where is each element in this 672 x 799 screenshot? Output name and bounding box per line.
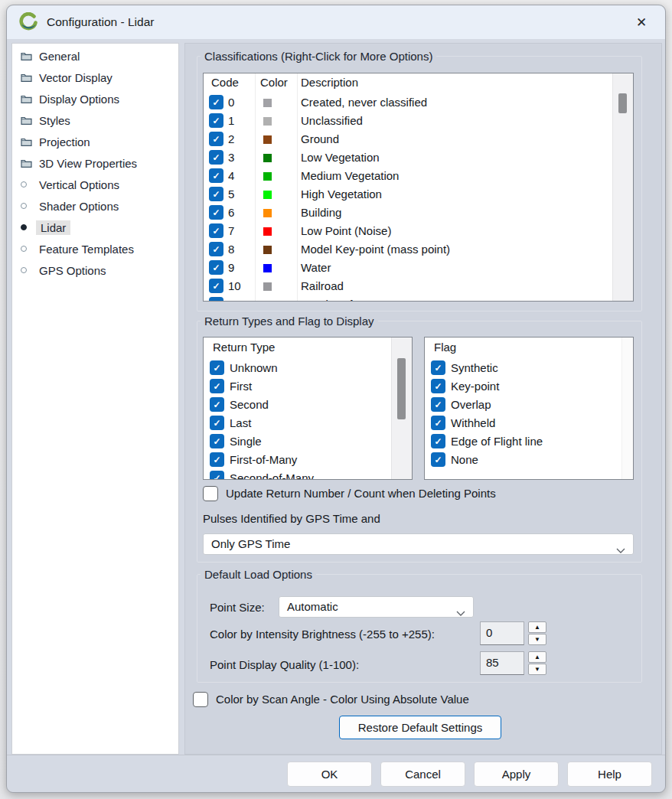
flag-list: Flag ✓Synthetic✓Key-point✓Overlap✓Withhe… [424,337,634,480]
pulses-gps-combo-value: Only GPS Time [211,537,290,550]
flag-item-none: ✓None [425,451,633,469]
classification-row-5: ✓5High Vegetation [204,185,633,204]
chevron-down-icon [456,605,465,618]
classification-checkbox[interactable]: ✓ [209,205,223,220]
classification-color-swatch[interactable] [263,264,272,272]
intensity-brightness-field[interactable]: 0 [480,621,524,645]
classification-checkbox[interactable]: ✓ [209,242,223,256]
flag-checkbox[interactable]: ✓ [431,434,445,448]
classification-checkbox[interactable]: ✓ [209,168,223,183]
flag-item-overlap: ✓Overlap [425,396,633,414]
classification-color-swatch[interactable] [263,209,272,217]
sidebar-item-display-options[interactable]: Display Options [12,88,178,109]
classification-row-7: ✓7Low Point (Noise) [204,222,633,240]
description-column-header: Description [301,76,358,89]
global-mapper-logo-icon [19,12,38,31]
titlebar: Configuration - Lidar ✕ [7,5,665,39]
classification-checkbox[interactable]: ✓ [209,223,223,238]
classification-color-swatch[interactable] [263,117,272,126]
classification-code: 0 [228,96,234,109]
scrollbar-thumb[interactable] [397,358,406,419]
classification-row-9: ✓9Water [204,259,633,277]
pulses-gps-combo[interactable]: Only GPS Time [203,533,634,555]
flag-checkbox[interactable]: ✓ [431,360,445,375]
classification-color-swatch[interactable] [263,301,272,302]
sidebar-item-feature-templates[interactable]: Feature Templates [12,238,178,259]
classification-color-swatch[interactable] [263,246,272,254]
classification-code: 2 [228,132,234,145]
classification-color-swatch[interactable] [263,154,272,162]
return-type-scrollbar[interactable] [391,338,412,479]
settings-sidebar: GeneralVector DisplayDisplay OptionsStyl… [11,43,179,755]
classification-color-swatch[interactable] [263,191,272,199]
sidebar-item-general[interactable]: General [12,45,178,67]
return-type-checkbox[interactable]: ✓ [210,416,224,430]
dot-icon [21,203,34,209]
classification-code: 10 [228,279,241,292]
classification-checkbox[interactable]: ✓ [209,260,223,275]
flag-item-withheld: ✓Withheld [425,414,633,432]
classification-checkbox[interactable]: ✓ [209,297,223,302]
sidebar-item-vector-display[interactable]: Vector Display [12,67,178,88]
sidebar-item-shader-options[interactable]: Shader Options [12,195,178,217]
classification-code: 6 [228,206,234,219]
return-type-checkbox[interactable]: ✓ [210,434,224,448]
return-type-checkbox[interactable]: ✓ [210,452,224,467]
help-button[interactable]: Help [567,761,652,787]
classification-checkbox[interactable]: ✓ [209,279,223,293]
sidebar-item-gps-options[interactable]: GPS Options [12,259,178,281]
classification-color-swatch[interactable] [263,227,272,236]
classification-description: Building [301,206,341,219]
sidebar-item-projection[interactable]: Projection [12,131,178,152]
classification-color-swatch[interactable] [263,172,272,181]
classification-color-swatch[interactable] [263,99,272,107]
spin-down-icon[interactable]: ▼ [528,634,546,645]
classification-color-swatch[interactable] [263,135,272,144]
point-size-label: Point Size: [210,601,265,614]
scan-angle-checkbox[interactable] [193,692,208,707]
return-type-item-second-of-many: ✓Second-of-Many [204,469,412,480]
scrollbar-thumb[interactable] [618,93,627,113]
classification-row-10: ✓10Railroad [204,277,633,295]
classification-checkbox[interactable]: ✓ [209,132,223,146]
display-quality-field[interactable]: 85 [480,651,524,675]
cancel-button[interactable]: Cancel [380,761,465,787]
sidebar-item-styles[interactable]: Styles [12,109,178,131]
classification-checkbox[interactable]: ✓ [209,187,223,201]
classification-color-swatch[interactable] [263,282,272,291]
flag-checkbox[interactable]: ✓ [431,416,445,430]
spin-up-icon[interactable]: ▲ [528,651,546,663]
flag-checkbox[interactable]: ✓ [431,379,445,393]
close-icon[interactable]: ✕ [630,11,653,33]
classification-checkbox[interactable]: ✓ [209,150,223,165]
restore-default-settings-button[interactable]: Restore Default Settings [339,716,501,739]
flag-checkbox[interactable]: ✓ [431,452,445,467]
classification-row-4: ✓4Medium Vegetation [204,167,633,185]
return-type-checkbox[interactable]: ✓ [210,397,224,412]
dot-icon [21,267,34,273]
ok-button[interactable]: OK [287,761,372,787]
spin-up-icon[interactable]: ▲ [528,621,546,633]
sidebar-item-lidar[interactable]: Lidar [12,217,178,238]
update-return-number-checkbox[interactable] [203,486,218,501]
point-size-combo[interactable]: Automatic [279,596,474,618]
flag-item-key-point: ✓Key-point [425,377,633,396]
classification-checkbox[interactable]: ✓ [209,113,223,128]
apply-button[interactable]: Apply [474,761,559,787]
sidebar-item-vertical-options[interactable]: Vertical Options [12,174,178,195]
return-type-checkbox[interactable]: ✓ [210,379,224,393]
spin-down-icon[interactable]: ▼ [528,664,546,675]
return-types-group-title: Return Types and Flag to Display [201,315,378,328]
return-type-checkbox[interactable]: ✓ [210,360,224,375]
classification-description: High Vegetation [301,188,382,201]
sidebar-item-3d-view-properties[interactable]: 3D View Properties [12,152,178,174]
display-quality-label: Point Display Quality (1-100): [210,658,359,671]
return-type-item-second: ✓Second [204,396,412,414]
classification-checkbox[interactable]: ✓ [209,95,223,109]
classification-code: 7 [228,224,234,237]
classifications-scrollbar[interactable] [612,73,633,301]
return-type-checkbox[interactable]: ✓ [210,471,224,480]
flag-checkbox[interactable]: ✓ [431,397,445,412]
classifications-table: Code Color Description ✓0Created, never … [203,73,634,302]
classification-description: Unclassified [301,114,363,127]
